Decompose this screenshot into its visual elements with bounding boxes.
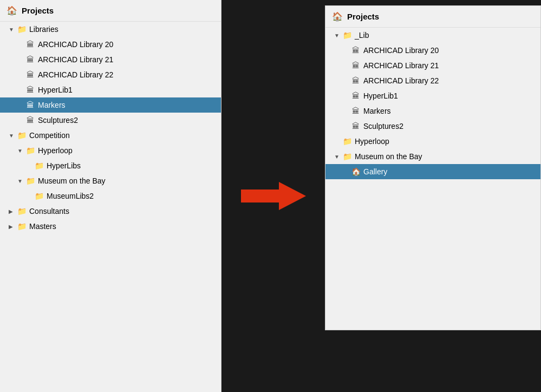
item-label-sculptures2-r: Sculptures2 — [363, 122, 403, 130]
item-label-hyperloop: Hyperloop — [38, 146, 73, 155]
item-label-hyperloop-r: Hyperloop — [355, 137, 389, 146]
tree-item-archicad22-l[interactable]: 🏛ARCHICAD Library 22 — [0, 67, 221, 82]
right-home-icon: 🏠 — [332, 11, 343, 22]
item-label-hyperlib1-l: HyperLib1 — [38, 86, 73, 94]
tree-item-museum-bay[interactable]: ▼📁Museum on the Bay — [0, 173, 221, 188]
item-label-museum-bay: Museum on the Bay — [38, 177, 106, 185]
item-label-masters: Masters — [29, 222, 56, 231]
item-label-archicad20-l: ARCHICAD Library 20 — [38, 40, 113, 49]
chevron-masters: ▶ — [9, 224, 16, 230]
tree-item-archicad22-r[interactable]: 🏛ARCHICAD Library 22 — [325, 73, 540, 88]
item-label-competition: Competition — [29, 131, 70, 140]
tree-item-archicad20-r[interactable]: 🏛ARCHICAD Library 20 — [325, 43, 540, 58]
item-label-archicad22-r: ARCHICAD Library 22 — [363, 76, 439, 85]
item-label-markers-l: Markers — [38, 101, 66, 109]
item-icon-archicad22-l: 🏛 — [25, 70, 36, 79]
right-tree: ▼📁_Lib🏛ARCHICAD Library 20🏛ARCHICAD Libr… — [325, 28, 540, 179]
tree-item-archicad20-l[interactable]: 🏛ARCHICAD Library 20 — [0, 37, 221, 52]
item-icon-archicad22-r: 🏛 — [350, 76, 361, 85]
item-icon-competition: 📁 — [16, 131, 27, 140]
left-tree: ▼📁Libraries🏛ARCHICAD Library 20🏛ARCHICAD… — [0, 22, 221, 234]
tree-item-markers-r[interactable]: 🏛Markers — [325, 103, 540, 119]
tree-item-libraries[interactable]: ▼📁Libraries — [0, 22, 221, 37]
tree-item-hyperlibs[interactable]: 📁HyperLibs — [0, 158, 221, 173]
tree-item-consultants[interactable]: ▶📁Consultants — [0, 204, 221, 219]
item-label-lib-r: _Lib — [355, 31, 369, 40]
right-panel-title: Projects — [347, 12, 379, 21]
item-label-hyperlib1-r: HyperLib1 — [363, 92, 398, 100]
tree-item-hyperloop[interactable]: ▼📁Hyperloop — [0, 143, 221, 158]
tree-item-archicad21-l[interactable]: 🏛ARCHICAD Library 21 — [0, 52, 221, 67]
item-label-hyperlibs: HyperLibs — [47, 161, 81, 170]
svg-marker-0 — [241, 182, 306, 210]
item-label-archicad21-l: ARCHICAD Library 21 — [38, 55, 113, 64]
tree-item-hyperloop-r[interactable]: 📁Hyperloop — [325, 134, 540, 149]
item-icon-libraries: 📁 — [16, 25, 27, 34]
item-icon-museum-bay-r: 📁 — [342, 152, 353, 161]
chevron-museum-bay-r: ▼ — [334, 154, 342, 160]
left-panel-header: 🏠 Projects — [0, 0, 221, 22]
item-icon-archicad20-l: 🏛 — [25, 40, 36, 49]
item-label-markers-r: Markers — [363, 107, 391, 115]
item-icon-sculptures2-l: 🏛 — [25, 116, 36, 125]
chevron-lib-r: ▼ — [334, 32, 342, 38]
item-label-archicad22-l: ARCHICAD Library 22 — [38, 70, 113, 79]
item-icon-archicad21-r: 🏛 — [350, 61, 361, 70]
chevron-hyperloop: ▼ — [17, 148, 25, 154]
left-panel: 🏠 Projects ▼📁Libraries🏛ARCHICAD Library … — [0, 0, 221, 392]
item-icon-hyperlib1-l: 🏛 — [25, 86, 36, 94]
right-arrow-icon — [241, 180, 306, 212]
item-icon-markers-r: 🏛 — [350, 107, 361, 115]
left-panel-title: Projects — [22, 6, 54, 15]
item-label-consultants: Consultants — [29, 207, 69, 215]
item-icon-masters: 📁 — [16, 222, 27, 231]
tree-item-markers-l[interactable]: 🏛Markers — [0, 97, 221, 113]
item-icon-gallery-r: 🏠 — [350, 167, 361, 176]
tree-item-lib-r[interactable]: ▼📁_Lib — [325, 28, 540, 43]
tree-item-competition[interactable]: ▼📁Competition — [0, 128, 221, 143]
item-icon-hyperlibs: 📁 — [34, 161, 44, 170]
item-icon-archicad20-r: 🏛 — [350, 46, 361, 55]
item-icon-museum-bay: 📁 — [25, 177, 36, 185]
item-label-libraries: Libraries — [29, 25, 58, 34]
item-icon-museumlibs2: 📁 — [34, 192, 44, 200]
item-icon-archicad21-l: 🏛 — [25, 55, 36, 64]
tree-item-sculptures2-r[interactable]: 🏛Sculptures2 — [325, 119, 540, 134]
main-container: 🏠 Projects ▼📁Libraries🏛ARCHICAD Library … — [0, 0, 541, 392]
chevron-competition: ▼ — [9, 133, 16, 139]
item-label-museumlibs2: MuseumLibs2 — [47, 192, 94, 200]
tree-item-hyperlib1-r[interactable]: 🏛HyperLib1 — [325, 88, 540, 103]
item-label-sculptures2-l: Sculptures2 — [38, 116, 78, 125]
left-home-icon: 🏠 — [6, 5, 17, 16]
item-label-archicad21-r: ARCHICAD Library 21 — [363, 61, 439, 70]
tree-item-museum-bay-r[interactable]: ▼📁Museum on the Bay — [325, 149, 540, 164]
item-icon-hyperloop: 📁 — [25, 146, 36, 155]
chevron-museum-bay: ▼ — [17, 178, 25, 184]
arrow-area — [221, 0, 325, 392]
tree-item-hyperlib1-l[interactable]: 🏛HyperLib1 — [0, 82, 221, 97]
item-icon-sculptures2-r: 🏛 — [350, 122, 361, 130]
tree-item-sculptures2-l[interactable]: 🏛Sculptures2 — [0, 113, 221, 128]
tree-item-museumlibs2[interactable]: 📁MuseumLibs2 — [0, 188, 221, 204]
item-icon-markers-l: 🏛 — [25, 101, 36, 109]
tree-item-masters[interactable]: ▶📁Masters — [0, 219, 221, 234]
item-icon-hyperloop-r: 📁 — [342, 137, 353, 146]
right-panel-header: 🏠 Projects — [325, 6, 540, 28]
item-icon-hyperlib1-r: 🏛 — [350, 92, 361, 100]
chevron-libraries: ▼ — [9, 27, 16, 32]
chevron-consultants: ▶ — [9, 208, 16, 214]
item-label-museum-bay-r: Museum on the Bay — [355, 152, 422, 161]
item-label-gallery-r: Gallery — [363, 167, 387, 176]
right-panel: 🏠 Projects ▼📁_Lib🏛ARCHICAD Library 20🏛AR… — [325, 5, 541, 330]
item-icon-consultants: 📁 — [16, 207, 27, 215]
tree-item-archicad21-r[interactable]: 🏛ARCHICAD Library 21 — [325, 58, 540, 73]
item-icon-lib-r: 📁 — [342, 31, 353, 40]
tree-item-gallery-r[interactable]: 🏠Gallery — [325, 164, 540, 179]
item-label-archicad20-r: ARCHICAD Library 20 — [363, 46, 439, 55]
